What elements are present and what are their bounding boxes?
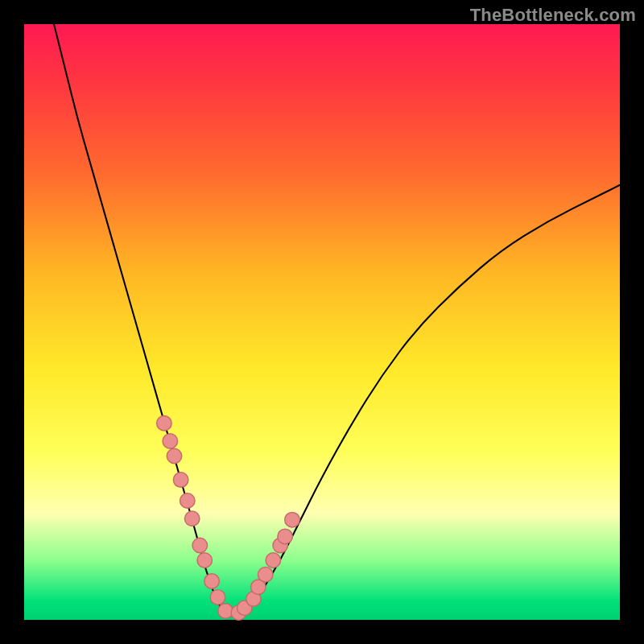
highlight-dot	[278, 529, 293, 544]
highlight-dot	[184, 511, 200, 526]
curve-layer	[24, 24, 620, 620]
highlight-dot	[266, 553, 281, 568]
highlight-dot	[167, 448, 182, 464]
plot-area	[24, 24, 620, 620]
highlight-dot	[192, 538, 207, 553]
chart-container: TheBottleneck.com	[0, 0, 644, 644]
highlight-dot	[173, 473, 188, 488]
highlight-dot	[210, 590, 225, 605]
highlight-dots	[157, 416, 300, 621]
highlight-dot	[258, 568, 273, 583]
bottleneck-curve	[54, 24, 620, 614]
highlight-dot	[218, 604, 233, 619]
highlight-dot	[163, 434, 178, 449]
highlight-dot	[285, 512, 300, 527]
watermark-text: TheBottleneck.com	[470, 5, 636, 26]
highlight-dot	[204, 574, 220, 589]
highlight-dot	[180, 493, 196, 509]
highlight-dot	[197, 553, 213, 568]
highlight-dot	[157, 416, 172, 431]
